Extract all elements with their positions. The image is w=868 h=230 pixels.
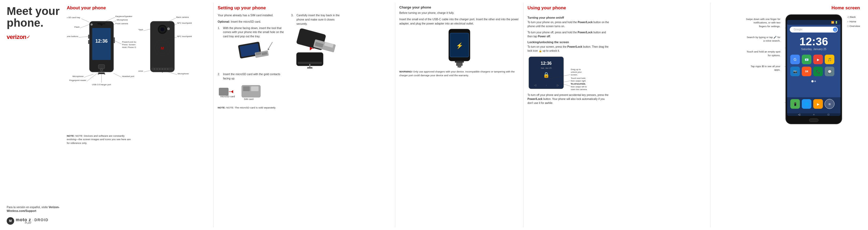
svg-text:M: M bbox=[161, 46, 164, 50]
step3-num: 3. bbox=[291, 13, 295, 26]
svg-text:then swipe right: then swipe right bbox=[571, 80, 586, 82]
svg-point-144 bbox=[811, 80, 813, 82]
phone-front-diagram: 12:36 bbox=[67, 13, 136, 130]
moto-logo-area: M moto z | DROID PLAY bbox=[7, 217, 60, 225]
svg-text:💬: 💬 bbox=[828, 70, 832, 74]
svg-line-71 bbox=[269, 42, 272, 49]
svg-text:Power/Lock button: Power/Lock button bbox=[122, 41, 136, 43]
svg-line-26 bbox=[87, 71, 100, 81]
sim-text-span: Your phone already has a SIM card instal… bbox=[218, 13, 274, 17]
overview-label-text: Overview bbox=[849, 25, 860, 28]
svg-text:then swipe left to: then swipe left to bbox=[571, 85, 587, 88]
power-off-text: To turn your phone off, press and hold t… bbox=[527, 30, 610, 38]
svg-text:Saturday, January 25: Saturday, January 25 bbox=[801, 48, 827, 51]
warning-text: WARNING! Only use approved chargers with… bbox=[399, 70, 519, 77]
back-label-text: Back bbox=[850, 15, 856, 18]
note-text-content: NOTE: Devices and software are constantl… bbox=[67, 134, 131, 145]
spanish-url: Verizon-Wireless.com/Support bbox=[7, 205, 60, 213]
page-container: Meet your phone. verizon ✓ Para la versi… bbox=[0, 0, 868, 230]
svg-text:microSD card: microSD card bbox=[220, 95, 235, 98]
step2-num: 2. bbox=[218, 72, 221, 81]
svg-text:Moto Mods™ connector: Moto Mods™ connector bbox=[138, 70, 143, 72]
verizon-logo: verizon ✓ bbox=[7, 34, 60, 40]
svg-point-51 bbox=[164, 69, 165, 70]
svg-text:unlock your: unlock your bbox=[571, 71, 582, 73]
home-label-text: Home bbox=[849, 20, 856, 23]
using-title: Using your phone bbox=[527, 5, 706, 11]
svg-text:⊞: ⊞ bbox=[829, 103, 831, 106]
svg-text:▷: ▷ bbox=[557, 84, 559, 87]
svg-text:Microphone: Microphone bbox=[117, 18, 128, 21]
svg-text:🌐: 🌐 bbox=[805, 102, 809, 106]
svg-text:Back camera: Back camera bbox=[176, 16, 189, 18]
nav-labels: ◁ Back ○ Home □ Overview bbox=[847, 13, 860, 36]
droid-text: DROID bbox=[34, 218, 49, 222]
setup-step-3: 3. Carefully insert the tray back in the… bbox=[291, 13, 344, 26]
svg-text:screen.: screen. bbox=[571, 74, 578, 76]
svg-text:Volume buttons: Volume buttons bbox=[67, 35, 78, 38]
home-callout-1: Swipe down with one finger for notificat… bbox=[746, 17, 780, 28]
svg-line-14 bbox=[82, 18, 89, 22]
svg-text:Flash: Flash bbox=[74, 26, 80, 28]
svg-text:USB-C/Charger port: USB-C/Charger port bbox=[92, 83, 112, 86]
svg-text:Microphone: Microphone bbox=[178, 73, 189, 75]
svg-point-10 bbox=[91, 24, 93, 26]
home-callouts: Swipe down with one finger for notificat… bbox=[738, 13, 780, 72]
svg-rect-94 bbox=[455, 61, 464, 63]
svg-text:📱: 📱 bbox=[793, 102, 797, 106]
about-note: NOTE: NOTE: Devices and software are con… bbox=[67, 134, 133, 145]
svg-text:12:36: 12:36 bbox=[541, 61, 552, 66]
step1-num: 1. bbox=[218, 26, 221, 39]
svg-rect-163 bbox=[809, 119, 818, 122]
svg-text:🗺: 🗺 bbox=[805, 70, 808, 74]
verizon-check-icon: ✓ bbox=[26, 34, 30, 40]
meet-title-line1: Meet your bbox=[7, 5, 60, 17]
home-callout-4: Tap Apps ⊞ to see all your apps. bbox=[746, 65, 780, 72]
setup-step-1: 1. With the phone facing down, insert th… bbox=[218, 26, 287, 39]
svg-text:Press: Screen On/Off: Press: Screen On/Off bbox=[122, 43, 136, 46]
svg-point-12 bbox=[104, 74, 105, 75]
charge-span-2: Insert the small end of the USB-C cable … bbox=[399, 17, 519, 25]
svg-rect-76 bbox=[219, 88, 228, 95]
svg-text:▶: ▶ bbox=[817, 102, 820, 106]
step1-text: With the phone facing down, insert the t… bbox=[223, 26, 287, 39]
note-bold: NOTE: bbox=[67, 134, 75, 137]
svg-text:12:36: 12:36 bbox=[799, 35, 828, 48]
optional-span: Insert the microSD card. bbox=[231, 20, 261, 23]
sim-tray-illustration bbox=[231, 41, 274, 70]
svg-point-50 bbox=[162, 69, 163, 70]
meet-title: Meet your phone. bbox=[7, 5, 60, 29]
svg-text:◁: ◁ bbox=[798, 113, 800, 116]
back-nav-label: ◁ Back bbox=[847, 15, 860, 19]
charging-illustration: ⚡ bbox=[433, 28, 486, 68]
svg-point-13 bbox=[100, 69, 103, 71]
svg-text:⚡: ⚡ bbox=[456, 42, 463, 49]
section-meet: Meet your phone. verizon ✓ Para la versi… bbox=[5, 3, 61, 227]
section-about: About your phone 12:36 bbox=[61, 3, 214, 227]
svg-text:Headset port: Headset port bbox=[122, 75, 134, 78]
svg-text:NFC touchpoint: NFC touchpoint bbox=[177, 35, 192, 38]
svg-text:Fingerprint reader: Fingerprint reader bbox=[69, 79, 86, 82]
moto-brand-block: moto z | DROID PLAY bbox=[16, 218, 48, 224]
svg-text:📞: 📞 bbox=[816, 70, 820, 74]
step3-text: Carefully insert the tray back in the ph… bbox=[297, 13, 344, 26]
svg-rect-9 bbox=[98, 73, 105, 74]
svg-line-16 bbox=[80, 25, 89, 28]
home-nav-label: ○ Home bbox=[847, 19, 860, 24]
charge-span-1: Before turning on your phone, charge it … bbox=[399, 11, 454, 14]
home-callout-3: Touch and hold an empty spot for options… bbox=[746, 50, 780, 57]
lock-screen-svg: 12:36 Sat, Jan 25 🔒 ◁ ↑ ▷ Touch and hold… bbox=[527, 55, 608, 90]
svg-text:G: G bbox=[834, 29, 836, 31]
svg-text:G: G bbox=[794, 57, 797, 62]
optional-label: Optional: bbox=[218, 20, 231, 23]
section-using: Using your phone Turning your phone on/o… bbox=[524, 3, 710, 227]
svg-text:Touch and hold,: Touch and hold, bbox=[571, 77, 586, 79]
svg-rect-5 bbox=[98, 65, 105, 69]
svg-text:Nano SIM and micro SD card tra: Nano SIM and micro SD card tray bbox=[67, 16, 80, 18]
svg-text:▶: ▶ bbox=[817, 58, 820, 62]
svg-text:Touch and hold,: Touch and hold, bbox=[571, 83, 586, 85]
note-bold-2: NOTE: bbox=[218, 106, 226, 109]
svg-line-28 bbox=[114, 73, 122, 77]
svg-point-72 bbox=[268, 48, 269, 50]
svg-rect-88 bbox=[298, 62, 322, 64]
